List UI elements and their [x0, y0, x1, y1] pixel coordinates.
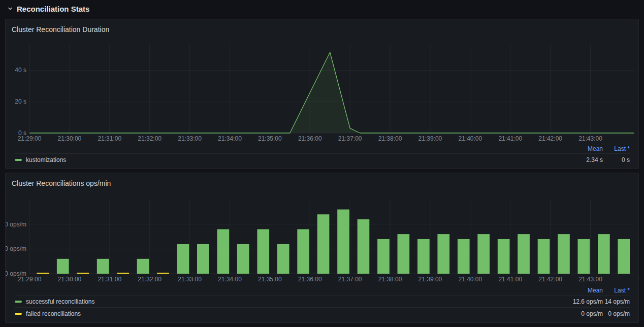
legend-last-header[interactable]: Last *: [603, 145, 630, 152]
legend-mean-header[interactable]: Mean: [547, 145, 603, 152]
x-tick-label: 21:33:00: [178, 276, 202, 283]
legend-header: Mean Last *: [15, 144, 630, 153]
bar-series-0: [317, 214, 330, 274]
bar-series-0: [137, 259, 149, 274]
bar-series-0: [237, 244, 249, 274]
panel-title[interactable]: Cluster Reconciliations ops/min: [6, 173, 638, 191]
duration-chart-canvas[interactable]: 21:29:0021:30:0021:31:0021:32:0021:33:00…: [6, 38, 637, 144]
series-color-swatch: [15, 301, 22, 303]
x-tick-label: 21:43:00: [578, 135, 602, 142]
bar-series-0: [97, 259, 109, 274]
x-tick-label: 21:31:00: [98, 276, 121, 283]
x-tick-label: 21:41:00: [498, 276, 522, 283]
y-tick-label: 0 ops/m: [6, 270, 26, 277]
series-last-value: 0 ops/m: [603, 310, 630, 317]
panel-cluster-reconciliation-duration: Cluster Reconciliation Duration 21:29:00…: [5, 19, 639, 169]
x-tick-label: 21:39:00: [418, 276, 442, 283]
series-label[interactable]: kustomizations: [26, 156, 547, 164]
x-tick-label: 21:36:00: [298, 135, 322, 142]
bar-series-1: [77, 273, 89, 274]
series-mean-value: 12.6 ops/m: [547, 298, 603, 305]
bar-series-0: [578, 239, 590, 274]
x-tick-label: 21:35:00: [258, 276, 282, 283]
x-tick-label: 21:32:00: [138, 276, 162, 283]
bar-series-1: [117, 273, 129, 274]
bar-series-0: [417, 239, 430, 274]
x-tick-label: 21:34:00: [218, 135, 242, 142]
section-header-reconciliation-stats[interactable]: Reconciliation Stats: [5, 2, 639, 15]
bar-series-0: [277, 244, 289, 274]
bar-series-0: [377, 239, 390, 274]
x-tick-label: 21:40:00: [458, 135, 482, 142]
x-tick-label: 21:43:00: [578, 276, 602, 283]
bar-series-0: [437, 234, 449, 274]
x-tick-label: 21:40:00: [458, 276, 482, 283]
series-color-swatch: [15, 159, 22, 161]
legend-last-header[interactable]: Last *: [603, 287, 630, 294]
x-tick-label: 21:42:00: [538, 276, 562, 283]
series-label[interactable]: successful reconciliations: [26, 298, 547, 305]
ops-chart-canvas[interactable]: 21:29:0021:30:0021:31:0021:32:0021:33:00…: [6, 191, 637, 286]
legend: Mean Last * kustomizations 2.34 s 0 s: [6, 144, 638, 169]
series-mean-value: 2.34 s: [547, 156, 603, 164]
series-label[interactable]: failed reconciliations: [26, 310, 547, 317]
legend-item-successful-reconciliations: successful reconciliations 12.6 ops/m 14…: [15, 295, 630, 307]
bar-series-0: [618, 239, 630, 274]
legend-item-failed-reconciliations: failed reconciliations 0 ops/m 0 ops/m: [15, 307, 630, 319]
series-last-value: 0 s: [603, 156, 630, 164]
x-tick-label: 21:38:00: [378, 276, 402, 283]
legend-item-kustomizations: kustomizations 2.34 s 0 s: [15, 153, 630, 166]
legend-mean-header[interactable]: Mean: [547, 287, 603, 294]
legend: Mean Last * successful reconciliations 1…: [6, 286, 638, 322]
section-title: Reconciliation Stats: [17, 5, 89, 13]
bar-series-0: [57, 259, 69, 274]
x-tick-label: 21:38:00: [378, 135, 402, 142]
bar-series-1: [157, 273, 169, 274]
x-tick-label: 21:32:00: [138, 135, 162, 142]
y-tick-label: 20 ops/m: [6, 221, 26, 228]
bar-series-0: [197, 244, 209, 274]
series-color-swatch: [15, 313, 22, 315]
x-tick-label: 21:35:00: [258, 135, 282, 142]
bar-series-0: [558, 234, 570, 274]
x-tick-label: 21:42:00: [538, 135, 562, 142]
bar-series-0: [518, 234, 530, 274]
x-tick-label: 21:31:00: [98, 135, 121, 142]
series-mean-value: 0 ops/m: [547, 310, 603, 317]
bar-series-0: [177, 244, 189, 274]
panel-title[interactable]: Cluster Reconciliation Duration: [6, 19, 638, 38]
y-tick-label: 40 s: [15, 67, 26, 74]
x-tick-label: 21:30:00: [58, 135, 82, 142]
x-tick-label: 21:37:00: [338, 276, 362, 283]
series-last-value: 14 ops/m: [603, 298, 630, 305]
bar-series-0: [477, 234, 490, 274]
x-tick-label: 21:37:00: [338, 135, 362, 142]
panel-cluster-reconciliations-ops-min: Cluster Reconciliations ops/min 21:29:00…: [5, 173, 639, 323]
bar-series-0: [217, 229, 230, 274]
series-area-fill: [29, 52, 634, 133]
bar-series-0: [297, 229, 309, 274]
chevron-down-icon: [7, 6, 13, 12]
bar-series-0: [358, 219, 370, 274]
y-tick-label: 0 s: [18, 129, 26, 137]
bar-series-1: [37, 273, 49, 274]
x-tick-label: 21:41:00: [498, 135, 522, 142]
x-tick-label: 21:36:00: [298, 276, 322, 283]
x-tick-label: 21:30:00: [58, 276, 82, 283]
y-tick-label: 20 s: [15, 98, 26, 105]
bar-series-0: [458, 239, 470, 274]
bar-series-0: [538, 239, 550, 274]
bar-series-0: [337, 210, 349, 274]
bar-series-0: [398, 234, 410, 274]
x-tick-label: 21:39:00: [418, 135, 442, 142]
bar-series-0: [257, 229, 269, 274]
x-tick-label: 21:33:00: [178, 135, 202, 142]
bar-series-0: [498, 239, 510, 274]
bar-series-0: [598, 234, 610, 274]
y-tick-label: 10 ops/m: [6, 245, 26, 252]
legend-header: Mean Last *: [15, 286, 630, 295]
x-tick-label: 21:34:00: [218, 276, 242, 283]
